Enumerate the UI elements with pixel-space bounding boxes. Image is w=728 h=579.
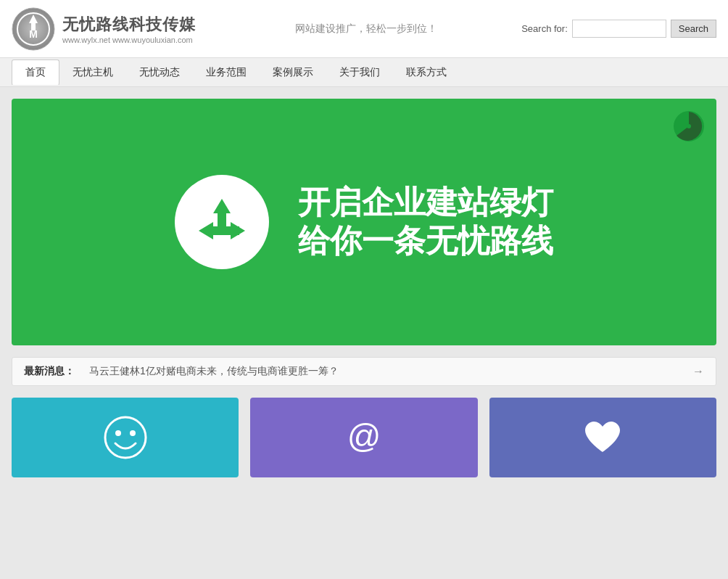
hero-inner: 开启企业建站绿灯 给你一条无忧路线 [175,175,553,269]
hero-timer [673,110,705,142]
nav-item-home[interactable]: 首页 [12,59,59,86]
svg-point-6 [687,124,691,128]
nav-item-about[interactable]: 关于我们 [326,60,393,85]
svg-point-14 [115,430,121,436]
logo-text-area: 无忧路线科技传媒 www.wylx.net www.wuyouluxian.co… [62,14,196,44]
svg-marker-9 [199,222,213,239]
nav-item-hosting[interactable]: 无忧主机 [59,60,126,85]
logo-area: M 无忧路线科技传媒 www.wylx.net www.wuyouluxian.… [12,7,196,51]
logo-title: 无忧路线科技传媒 [62,14,196,36]
svg-rect-10 [213,226,226,235]
news-content[interactable]: 马云王健林1亿对赌电商未来，传统与电商谁更胜一筹？ [89,365,685,378]
nav-item-news[interactable]: 无忧动态 [126,60,193,85]
svg-marker-12 [231,222,245,239]
at-icon: @ [342,416,386,459]
logo-icon: M [12,7,55,51]
nav: 首页 无忧主机 无忧动态 业务范围 案例展示 关于我们 联系方式 [0,58,728,87]
news-ticker: 最新消息： 马云王健林1亿对赌电商未来，传统与电商谁更胜一筹？ → [12,357,716,386]
header: M 无忧路线科技传媒 www.wylx.net www.wuyouluxian.… [0,0,728,58]
hero-text-line1: 开启企业建站绿灯 [298,184,553,222]
nav-item-cases[interactable]: 案例展示 [260,60,326,85]
hero-banner: 开启企业建站绿灯 给你一条无忧路线 [12,99,716,345]
search-area: Search for: Search [521,20,716,38]
nav-item-services[interactable]: 业务范围 [193,60,260,85]
feature-card-heart[interactable] [489,398,716,477]
news-arrow-icon: → [692,365,704,378]
news-label: 最新消息： [24,365,75,378]
main: 开启企业建站绿灯 给你一条无忧路线 最新消息： 马云王健林1亿对赌电商未来，传统… [0,87,728,489]
smiley-icon [104,416,147,459]
search-label: Search for: [521,23,568,34]
heart-icon [581,416,624,459]
search-button[interactable]: Search [671,20,716,38]
hero-text-line2: 给你一条无忧路线 [298,222,553,260]
tagline: 网站建设推广，轻松一步到位！ [210,22,521,36]
hero-text: 开启企业建站绿灯 给你一条无忧路线 [298,184,553,260]
svg-text:@: @ [347,417,381,455]
search-input[interactable] [572,20,666,38]
logo-subtitle: www.wylx.net www.wuyouluxian.com [62,36,196,44]
svg-marker-7 [213,199,231,213]
feature-cards: @ [12,398,716,477]
svg-text:M: M [29,28,38,40]
nav-item-contact[interactable]: 联系方式 [393,60,460,85]
feature-card-at[interactable]: @ [250,398,477,477]
svg-rect-8 [218,213,226,226]
feature-card-smiley[interactable] [12,398,239,477]
hero-direction-icon [175,175,269,269]
svg-point-13 [105,417,146,458]
svg-point-15 [130,430,136,436]
